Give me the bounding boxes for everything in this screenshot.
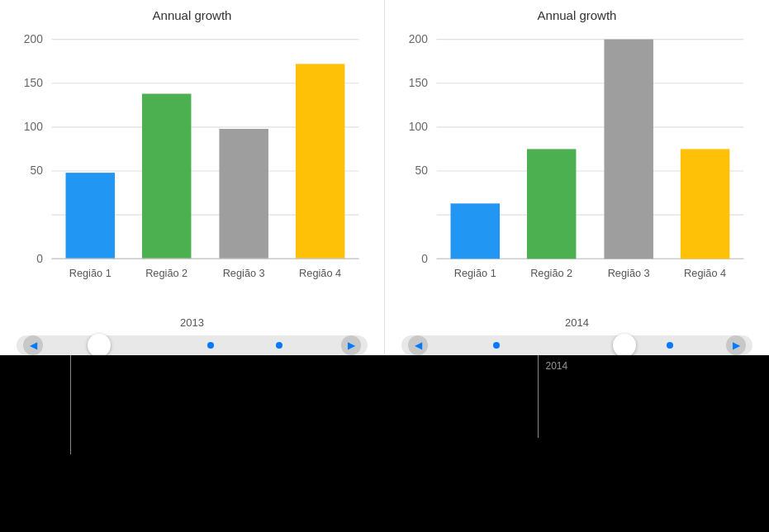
bar-1-3 xyxy=(219,129,268,259)
chart-svg-2: 200 150 100 50 0 Região 1 Região 2 Regiã… xyxy=(401,29,752,313)
svg-text:150: 150 xyxy=(409,76,428,89)
svg-text:150: 150 xyxy=(24,76,43,89)
bar-1-2 xyxy=(142,94,192,259)
slider-track-1[interactable] xyxy=(43,335,341,355)
svg-text:100: 100 xyxy=(409,120,428,133)
slider-left-btn-1[interactable]: ◀ xyxy=(23,335,43,355)
slider-thumb-2[interactable] xyxy=(613,334,636,357)
bar-2-3 xyxy=(604,40,653,259)
svg-text:Região 1: Região 1 xyxy=(454,267,496,279)
bar-1-1 xyxy=(66,173,116,259)
slider-dot-1a xyxy=(207,342,214,349)
slider-dot-2b xyxy=(667,342,673,349)
bottom-section: 2014 xyxy=(0,355,769,532)
svg-text:100: 100 xyxy=(24,120,43,133)
annotation-text-2014: 2014 xyxy=(546,360,568,372)
slider-1[interactable]: ◀ ▶ xyxy=(17,335,368,355)
chart-panel-2: Annual growth 200 150 100 50 0 xyxy=(385,0,769,355)
year-label-2: 2014 xyxy=(565,316,589,329)
svg-text:Região 2: Região 2 xyxy=(145,267,188,279)
chart-area-2: 200 150 100 50 0 Região 1 Região 2 Regiã… xyxy=(401,29,752,313)
bottom-panel-2: 2014 xyxy=(385,355,770,532)
slider-thumb-1[interactable] xyxy=(88,334,111,357)
slider-2[interactable]: ◀ ▶ xyxy=(401,335,752,355)
bottom-panel-1 xyxy=(0,355,385,532)
slider-right-btn-1[interactable]: ▶ xyxy=(341,335,361,355)
svg-text:0: 0 xyxy=(421,252,428,265)
chart-area-1: 200 150 100 50 0 Região 1 Região 2 Regiã… xyxy=(17,29,368,313)
svg-text:Região 3: Região 3 xyxy=(608,267,650,279)
svg-text:Região 4: Região 4 xyxy=(299,267,341,279)
chart-panel-1: Annual growth 200 150 100 50 0 xyxy=(0,0,385,355)
svg-text:200: 200 xyxy=(409,32,428,45)
svg-text:Região 2: Região 2 xyxy=(530,267,572,279)
svg-text:0: 0 xyxy=(36,252,43,265)
svg-text:200: 200 xyxy=(24,32,43,45)
bar-1-4 xyxy=(296,64,345,259)
year-label-1: 2013 xyxy=(180,316,204,329)
slider-left-btn-2[interactable]: ◀ xyxy=(408,335,428,355)
bar-2-2 xyxy=(527,149,577,259)
chart-title-2: Annual growth xyxy=(538,8,617,22)
slider-right-btn-2[interactable]: ▶ xyxy=(726,335,746,355)
chart-svg-1: 200 150 100 50 0 Região 1 Região 2 Regiã… xyxy=(17,29,368,313)
slider-track-2[interactable] xyxy=(428,335,726,355)
svg-text:50: 50 xyxy=(415,164,429,177)
bar-2-1 xyxy=(451,203,501,259)
svg-text:Região 1: Região 1 xyxy=(69,267,112,279)
charts-section: Annual growth 200 150 100 50 0 xyxy=(0,0,769,355)
slider-dot-1b xyxy=(276,342,282,349)
bar-2-4 xyxy=(681,149,730,259)
annotation-line-1 xyxy=(70,355,71,454)
svg-text:Região 3: Região 3 xyxy=(223,267,265,279)
annotation-line-2 xyxy=(538,355,539,438)
svg-text:50: 50 xyxy=(31,164,44,177)
chart-title-1: Annual growth xyxy=(153,8,232,22)
slider-dot-2a xyxy=(493,342,500,349)
svg-text:Região 4: Região 4 xyxy=(684,267,726,279)
